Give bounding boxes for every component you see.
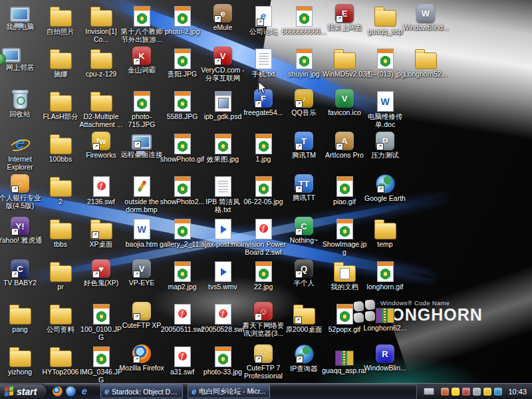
desktop-icon[interactable]: 20050511.swf	[159, 302, 205, 333]
desktop-icon[interactable]: Longhorn52...	[402, 47, 449, 78]
yellow-pacman-tray-icon[interactable]	[452, 388, 460, 396]
desktop-icon[interactable]: tvs5.wmv	[200, 259, 246, 291]
desktop-icon-label: photo-715.JPG	[118, 112, 165, 128]
desktop-icon[interactable]: ipb_gdk.psd	[200, 89, 246, 120]
desktop-icon[interactable]: ☺↗CuteFTP XP	[118, 302, 165, 329]
desktop-icon[interactable]: photo-33.jpg	[200, 344, 246, 376]
taskbar-window-button[interactable]: e Stardock: Object Des...	[100, 384, 183, 398]
desktop-icon[interactable]: 第十八个教师节外出旅游...	[118, 4, 165, 43]
desktop-icon[interactable]: 5588.JPG	[159, 89, 205, 120]
desktop-icon[interactable]: photo-2.jpg	[159, 4, 205, 35]
desktop-icon[interactable]: a31.swf	[159, 344, 205, 376]
desktop-icon[interactable]: outside the dorm.bmp	[118, 174, 165, 213]
taskbar-window-button[interactable]: e 电白同乡论坛 - Micr...	[188, 384, 270, 398]
start-button[interactable]: start	[0, 384, 47, 399]
desktop-icon[interactable]: 6666666666...	[281, 4, 327, 35]
desktop-icon[interactable]: ajax-post.mov	[200, 217, 246, 248]
firefox-quicklaunch-icon[interactable]	[53, 386, 63, 396]
desktop-icon[interactable]: ☺↗CuteFTP 7 Professional	[240, 344, 287, 380]
desktop-icon[interactable]: K↗金山词霸	[118, 47, 165, 74]
desktop-icon[interactable]: ↗公司论坛	[240, 4, 287, 35]
desktop-icon[interactable]: fw↗Fireworks	[78, 132, 124, 159]
desktop-icon[interactable]: FLAsH部分	[37, 89, 84, 120]
desktop-icon-label: showPhoto.gif	[159, 155, 205, 163]
desktop-icon[interactable]: 100bbs	[37, 132, 84, 163]
desktop-icon[interactable]: piao.gif	[321, 174, 368, 205]
desktop-icon[interactable]: guaqq_asp	[362, 4, 408, 35]
desktop-icon[interactable]: 52popx.gif	[321, 302, 368, 333]
desktop-icon[interactable]: guaqq_asp.rar	[321, 344, 368, 374]
desktop-icon[interactable]: 效果图.jpg	[200, 132, 246, 163]
desktop-icon[interactable]: D2-Multiple Attachment ...	[78, 89, 124, 128]
desktop-icon[interactable]: showPhoto.gif	[159, 132, 205, 163]
desktop-icon[interactable]: 电脑维修传单.doc	[362, 89, 408, 128]
ie-quicklaunch-icon[interactable]: e	[79, 386, 89, 396]
desktop-icon[interactable]: IMG_0346.JPG	[78, 344, 124, 384]
desktop-icon[interactable]: RWindowBlin...	[362, 344, 408, 372]
desktop-icon[interactable]: WWindowBlind...	[402, 4, 449, 31]
desktop-icon[interactable]: ↗IP查询器	[281, 344, 327, 372]
desktop-icon[interactable]: 22.jpg	[240, 259, 287, 291]
desktop-icon-label: 我要上网去	[321, 23, 368, 31]
desktop-icon[interactable]: shuyin.jpg	[281, 47, 327, 78]
desktop-icon[interactable]: 20050528.swf	[200, 302, 246, 333]
desktop-icon[interactable]: 我的文档	[321, 259, 368, 291]
gray-swirl-tray-icon[interactable]	[473, 388, 481, 396]
desktop-icon[interactable]: T↗腾讯TM	[281, 132, 327, 159]
desktop-icon[interactable]: e↗eMule	[200, 4, 246, 31]
desktop-icon[interactable]: WinMD5v2.03	[321, 47, 368, 78]
desktop-icon[interactable]: E↗我要上网去	[321, 4, 368, 31]
desktop-icon[interactable]: HYTop2006	[37, 344, 84, 376]
desktop-icon[interactable]: 贵阳.JPG	[159, 47, 205, 78]
desktop-icon[interactable]: 公司资料	[37, 302, 84, 333]
keyboard-input-indicator-icon[interactable]	[424, 388, 434, 395]
desktop-icon[interactable]: 100_0100.JPG	[78, 302, 124, 341]
desktop-icon[interactable]: V↗VeryCD.com - 分享互联网	[200, 47, 246, 82]
desktop-icon[interactable]: P↗压力测试	[362, 132, 408, 159]
blue-browser-quicklaunch-icon[interactable]	[66, 386, 76, 396]
desktop-icon[interactable]: ↗XP桌面	[78, 217, 124, 248]
desktop-icon[interactable]: 自拍照片	[37, 4, 84, 35]
desktop-icon[interactable]: V↗VP-EYE	[118, 259, 165, 287]
desktop-icon[interactable]: ↗Mozilla Firefox	[118, 344, 165, 372]
desktop-icon[interactable]: ♥↗好色鬼(XP)	[78, 259, 124, 287]
desktop-icon[interactable]: C↗Nothing~	[281, 217, 327, 244]
desktop-icon[interactable]: ↗原2000桌面	[281, 302, 327, 333]
desktop-icon[interactable]: 2136.swf	[78, 174, 124, 205]
desktop-icon-label: a31.swf	[159, 368, 205, 376]
desktop-icon[interactable]: ♪↗QQ音乐	[281, 89, 327, 116]
desktop-icon[interactable]: map2.jpg	[159, 259, 205, 291]
desktop-icon[interactable]: IPB 简洁风格.txt	[200, 174, 246, 213]
desktop-icon[interactable]: 1.jpg	[240, 132, 287, 163]
emule-icon: e↗	[213, 4, 232, 23]
desktop-icon[interactable]: 图--(013).jpg	[362, 47, 408, 78]
desktop-icon[interactable]: 手机.txt	[240, 47, 287, 78]
desktop-icon[interactable]: Invision[1] Co...	[78, 4, 124, 43]
desktop-icon[interactable]: tbbs	[37, 217, 84, 248]
desktop-icon[interactable]: Q↗半个人	[281, 259, 327, 287]
desktop-icon[interactable]: showPhoto2...	[159, 174, 205, 205]
desktop-icon[interactable]: A↗ArtIcons Pro	[321, 132, 368, 159]
desktop-icon[interactable]: temp	[362, 217, 408, 248]
blue-pyramid-tray-icon[interactable]	[494, 388, 502, 396]
desktop-icon[interactable]: pr	[37, 259, 84, 291]
desktop-icon[interactable]: longhorn.gif	[362, 259, 408, 291]
desktop-icon[interactable]: Vfavicon.ico	[321, 89, 368, 116]
colorful-shell-tray-icon[interactable]	[441, 388, 449, 396]
desktop-icon[interactable]: gallery_2_11...	[159, 217, 205, 248]
desktop-icon[interactable]: photo-715.JPG	[118, 89, 165, 128]
desktop-icon[interactable]: baojia.htm	[118, 217, 165, 248]
desktop-icon[interactable]: 06-22-05.jpg	[240, 174, 287, 205]
color-cube-tray-icon[interactable]	[462, 388, 470, 396]
desktop-icon[interactable]: ☺↗看天下网络资讯浏览器(3...	[240, 302, 287, 337]
desktop-icon[interactable]: 施娜	[37, 47, 84, 78]
desktop-icon[interactable]: ShowImage.jpg	[321, 217, 368, 256]
desktop-icon[interactable]: ↗Google Earth	[362, 174, 408, 202]
desktop-icon[interactable]: Longhorn62...	[362, 302, 408, 332]
desktop-icon[interactable]: cpu-z-129	[78, 47, 124, 78]
desktop-icon[interactable]: 2	[37, 174, 84, 205]
desktop-icon[interactable]: ↗远程桌面连接	[118, 132, 165, 158]
desktop-icon[interactable]: TT↗腾讯TT	[281, 174, 327, 201]
yellow-pencil-tray-icon[interactable]	[483, 388, 491, 396]
desktop-icon[interactable]: Invision Power Board 2.swf	[240, 217, 287, 256]
